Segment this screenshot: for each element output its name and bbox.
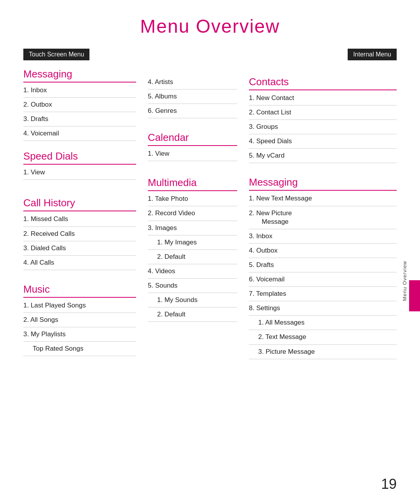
section-title-speed-dials: Speed Dials bbox=[23, 150, 136, 165]
list-item: 2. Text Message bbox=[249, 330, 397, 344]
list-item: 4. All Calls bbox=[23, 256, 136, 270]
list-item: 5. Albums bbox=[148, 90, 237, 104]
list-item: 2. Outbox bbox=[23, 98, 136, 112]
touch-screen-menu-label: Touch Screen Menu bbox=[23, 49, 89, 60]
list-item: 8. Settings bbox=[249, 301, 397, 316]
multimedia-list: 1. Take Photo 2. Record Video 3. Images … bbox=[148, 192, 237, 322]
list-item: 5. Sounds bbox=[148, 279, 237, 293]
list-item: 3. Groups bbox=[249, 120, 397, 134]
section-title-calendar: Calendar bbox=[148, 132, 237, 146]
list-item: 4. Videos bbox=[148, 264, 237, 279]
list-item: 4. Speed Dials bbox=[249, 134, 397, 149]
list-item: 6. Genres bbox=[148, 104, 237, 118]
list-item: 1. All Messages bbox=[249, 316, 397, 330]
list-item: 1. View bbox=[23, 165, 136, 180]
list-item: 1. New Text Message bbox=[249, 191, 397, 206]
list-item: 3. Inbox bbox=[249, 229, 397, 244]
list-item: 4. Artists bbox=[148, 75, 237, 90]
internal-menu-label: Internal Menu bbox=[348, 49, 397, 60]
messaging-right-list: 1. New Text Message 2. New Picture Messa… bbox=[249, 191, 397, 359]
section-title-music: Music bbox=[23, 283, 136, 298]
list-item: 1. New Contact bbox=[249, 91, 397, 105]
list-item: 3. My Playlists bbox=[23, 327, 136, 342]
list-item: 3. Picture Message bbox=[249, 345, 397, 359]
music-list: 1. Last Played Songs 2. All Songs 3. My … bbox=[23, 299, 136, 356]
section-title-contacts: Contacts bbox=[249, 76, 397, 90]
music-continued-list: 4. Artists 5. Albums 6. Genres bbox=[148, 75, 237, 118]
list-item: Top Rated Songs bbox=[23, 342, 136, 356]
calendar-list: 1. View bbox=[148, 147, 237, 161]
list-item: 1. View bbox=[148, 147, 237, 161]
list-item: 7. Templates bbox=[249, 287, 397, 301]
list-item: 4. Outbox bbox=[249, 244, 397, 258]
contacts-list: 1. New Contact 2. Contact List 3. Groups… bbox=[249, 91, 397, 163]
call-history-list: 1. Missed Calls 2. Received Calls 3. Dia… bbox=[23, 212, 136, 270]
list-item: 1. Take Photo bbox=[148, 192, 237, 206]
list-item: 2. Received Calls bbox=[23, 227, 136, 241]
list-item: 2. Contact List bbox=[249, 105, 397, 120]
list-item: 5. My vCard bbox=[249, 149, 397, 163]
col-right: Internal Menu Contacts 1. New Contact 2.… bbox=[237, 49, 397, 369]
list-item: 3. Dialed Calls bbox=[23, 241, 136, 256]
section-title-call-history: Call History bbox=[23, 197, 136, 211]
list-item: 6. Voicemail bbox=[249, 272, 397, 287]
section-title-messaging-left: Messaging bbox=[23, 68, 136, 83]
list-item: 3. Drafts bbox=[23, 112, 136, 126]
list-item: 2. All Songs bbox=[23, 313, 136, 327]
list-item: 2. Default bbox=[148, 307, 237, 322]
list-item: 1. My Images bbox=[148, 235, 237, 250]
side-label-text: Menu Overview bbox=[402, 261, 408, 301]
page-number: 19 bbox=[381, 476, 397, 492]
side-tab bbox=[409, 280, 420, 311]
section-title-messaging-right: Messaging bbox=[249, 176, 397, 191]
list-item: 2. Default bbox=[148, 250, 237, 264]
list-item: 1. Missed Calls bbox=[23, 212, 136, 227]
messaging-left-list: 1. Inbox 2. Outbox 3. Drafts 4. Voicemai… bbox=[23, 83, 136, 141]
list-item: 4. Voicemail bbox=[23, 126, 136, 141]
list-item: 2. New Picture Message bbox=[249, 206, 397, 229]
list-item: 1. Inbox bbox=[23, 83, 136, 98]
list-item: 1. My Sounds bbox=[148, 293, 237, 307]
col-left: Touch Screen Menu Messaging 1. Inbox 2. … bbox=[23, 49, 136, 369]
speed-dials-list: 1. View bbox=[23, 165, 136, 180]
list-item: 3. Images bbox=[148, 221, 237, 235]
list-item: 1. Last Played Songs bbox=[23, 299, 136, 313]
list-item: 2. Record Video bbox=[148, 206, 237, 221]
section-title-multimedia: Multimedia bbox=[148, 177, 237, 191]
col-middle: 4. Artists 5. Albums 6. Genres Calendar … bbox=[136, 49, 237, 369]
list-item: 5. Drafts bbox=[249, 258, 397, 272]
page-title: Menu Overview bbox=[0, 0, 420, 49]
